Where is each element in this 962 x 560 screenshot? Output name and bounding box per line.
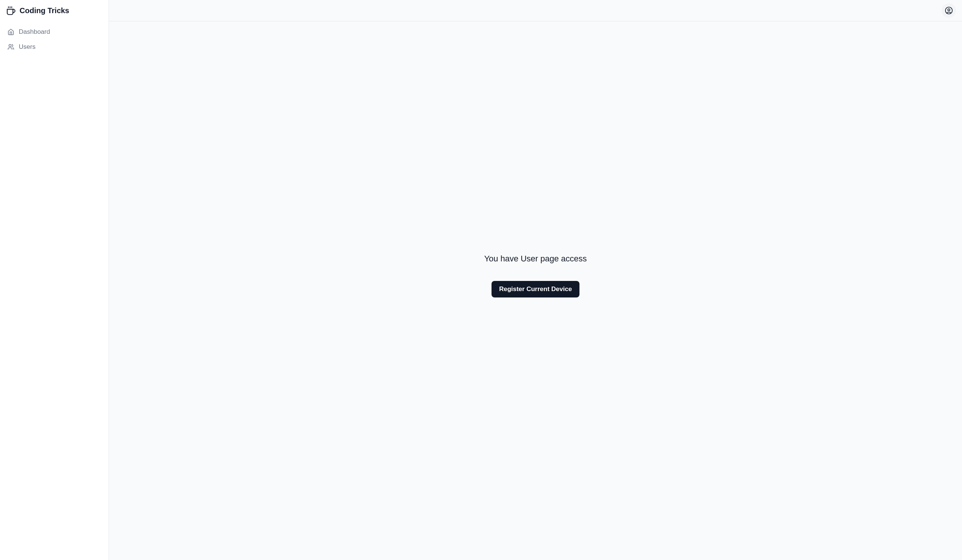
users-icon [8, 43, 14, 50]
register-device-button[interactable]: Register Current Device [492, 281, 579, 298]
topbar [109, 0, 962, 21]
sidebar-item-label: Dashboard [19, 28, 50, 36]
home-icon [8, 29, 14, 35]
sidebar-item-label: Users [19, 43, 36, 51]
brand-title: Coding Tricks [19, 6, 69, 15]
svg-point-3 [9, 44, 11, 47]
access-message: You have User page access [484, 254, 587, 264]
sidebar: Coding Tricks Dashboard Users [0, 0, 109, 560]
main-area: You have User page access Register Curre… [109, 0, 962, 560]
sidebar-nav: Dashboard Users [0, 21, 108, 58]
profile-button[interactable] [942, 3, 956, 18]
sidebar-item-users[interactable]: Users [3, 40, 106, 54]
sidebar-header: Coding Tricks [0, 0, 108, 21]
sidebar-item-dashboard[interactable]: Dashboard [3, 25, 106, 39]
coffee-icon [6, 6, 16, 16]
user-circle-icon [945, 6, 953, 14]
svg-point-5 [948, 9, 950, 11]
content: You have User page access Register Curre… [109, 21, 962, 560]
